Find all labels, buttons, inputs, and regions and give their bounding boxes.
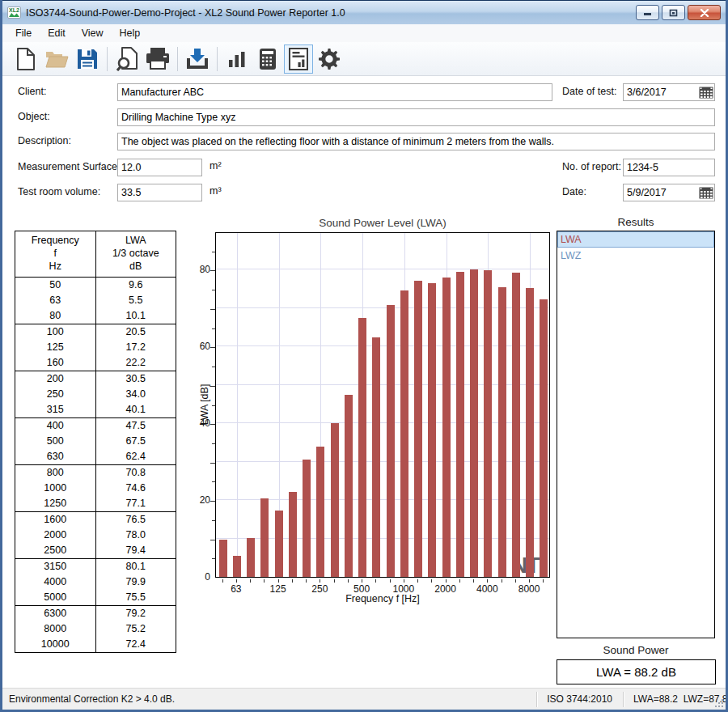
close-button[interactable] — [688, 5, 721, 20]
y-tick — [212, 290, 215, 290]
date-field[interactable] — [623, 184, 715, 201]
x-tick-label: 8000 — [511, 583, 547, 595]
app-icon: XL2 — [7, 6, 21, 19]
y-tick — [212, 328, 215, 329]
save-button[interactable] — [73, 44, 102, 74]
report-view-button[interactable] — [284, 44, 313, 74]
report-view-icon — [289, 48, 308, 70]
chart-bar-200 — [303, 460, 311, 577]
bar-chart-button[interactable] — [222, 44, 252, 74]
object-input[interactable] — [117, 108, 715, 126]
table-row: 250079.4 — [15, 543, 176, 559]
table-cell: 74.6 — [95, 481, 176, 496]
calendar-icon[interactable] — [698, 85, 714, 100]
table-cell: 160 — [15, 355, 96, 371]
x-tick — [487, 579, 488, 583]
date-of-test-input[interactable] — [624, 87, 698, 98]
table-cell: 75.2 — [95, 621, 176, 637]
settings-gear-icon — [318, 48, 341, 70]
table-row: 630079.2 — [15, 606, 176, 622]
minimize-button[interactable] — [636, 5, 659, 20]
table-cell: 6300 — [15, 606, 96, 622]
menu-edit[interactable]: Edit — [40, 26, 74, 40]
chart-bar-2000 — [442, 278, 451, 577]
window-title: ISO3744-Sound-Power-Demo-Project - XL2 S… — [26, 7, 345, 19]
table-cell: 2500 — [15, 543, 96, 559]
frequency-table: FrequencyfHz LWA1/3 octavedB 509.6635.58… — [15, 231, 176, 653]
print-button[interactable] — [143, 44, 172, 74]
restore-button[interactable] — [662, 5, 685, 20]
result-item-lwz[interactable]: LWZ — [557, 248, 714, 264]
menu-help[interactable]: Help — [112, 26, 149, 40]
y-tick-label: 20 — [194, 494, 210, 506]
title-bar[interactable]: XL2 ISO3744-Sound-Power-Demo-Project - X… — [2, 0, 726, 24]
date-of-test-field[interactable] — [623, 83, 715, 101]
x-tick — [320, 579, 320, 583]
toolbar-separator — [177, 47, 178, 71]
client-area: Client: Date of test: Object: Descriptio… — [2, 76, 726, 688]
table-cell: 9.6 — [95, 278, 176, 294]
resize-grip[interactable] — [722, 706, 723, 707]
toolbar-separator — [217, 47, 218, 71]
x-tick — [375, 579, 376, 583]
table-cell: 79.2 — [95, 606, 176, 622]
new-document-button[interactable] — [11, 44, 40, 74]
y-tick-label: 60 — [194, 341, 210, 352]
y-tick — [212, 520, 215, 521]
export-button[interactable] — [183, 44, 212, 74]
calendar-icon[interactable] — [698, 185, 714, 200]
y-tick-label: 40 — [194, 417, 210, 429]
sound-power-value: LWA = 88.2 dB — [557, 659, 716, 684]
menu-view[interactable]: View — [74, 26, 112, 40]
table-row: 12517.2 — [15, 340, 176, 355]
no-of-report-input[interactable] — [623, 159, 715, 176]
y-tick — [210, 347, 215, 348]
date-input[interactable] — [624, 187, 698, 198]
results-title: Results — [557, 216, 715, 228]
chart-plot-area: NTı — [215, 232, 550, 578]
table-row: 20030.5 — [15, 371, 176, 388]
table-cell: 47.5 — [95, 418, 176, 434]
y-tick — [212, 405, 215, 406]
settings-button[interactable] — [315, 44, 344, 74]
print-icon — [146, 48, 170, 70]
chart-bar-8000 — [526, 288, 534, 577]
toolbar — [2, 42, 726, 76]
table-row: 8010.1 — [15, 308, 176, 324]
client-input[interactable] — [117, 83, 552, 101]
x-tick-label: 63 — [218, 583, 254, 595]
table-header-frequency: FrequencyfHz — [15, 231, 96, 278]
x-tick — [417, 579, 418, 583]
table-cell: 30.5 — [95, 371, 176, 388]
table-cell: 63 — [15, 293, 96, 308]
table-cell: 10000 — [15, 637, 96, 653]
results-list[interactable]: LWALWZ — [557, 231, 715, 638]
description-input[interactable] — [117, 133, 715, 150]
x-tick — [473, 579, 474, 583]
print-preview-button[interactable] — [112, 44, 142, 74]
table-cell: 80 — [15, 308, 96, 324]
x-tick — [348, 579, 349, 583]
x-tick — [264, 579, 265, 583]
open-folder-button[interactable] — [42, 44, 71, 74]
menu-file[interactable]: File — [7, 26, 40, 40]
table-row: 315080.1 — [15, 559, 176, 575]
measurement-surface-input[interactable] — [117, 159, 202, 176]
test-room-volume-input[interactable] — [117, 184, 202, 201]
table-row: 50067.5 — [15, 434, 176, 449]
chart-bar-1250 — [414, 281, 422, 577]
x-tick — [250, 579, 251, 583]
date-label: Date: — [562, 186, 586, 197]
x-tick — [543, 579, 544, 583]
table-cell: 67.5 — [95, 434, 176, 449]
table-cell: 8000 — [15, 621, 96, 637]
x-tick — [515, 579, 516, 583]
result-item-lwa[interactable]: LWA — [557, 231, 714, 248]
save-icon — [77, 49, 98, 70]
chart-bar-10000 — [540, 299, 548, 577]
table-cell: 34.0 — [95, 387, 176, 402]
test-room-volume-unit: m³ — [210, 185, 222, 197]
chart-bar-1600 — [428, 283, 436, 577]
x-tick — [278, 579, 279, 583]
calculator-button[interactable] — [253, 44, 282, 74]
